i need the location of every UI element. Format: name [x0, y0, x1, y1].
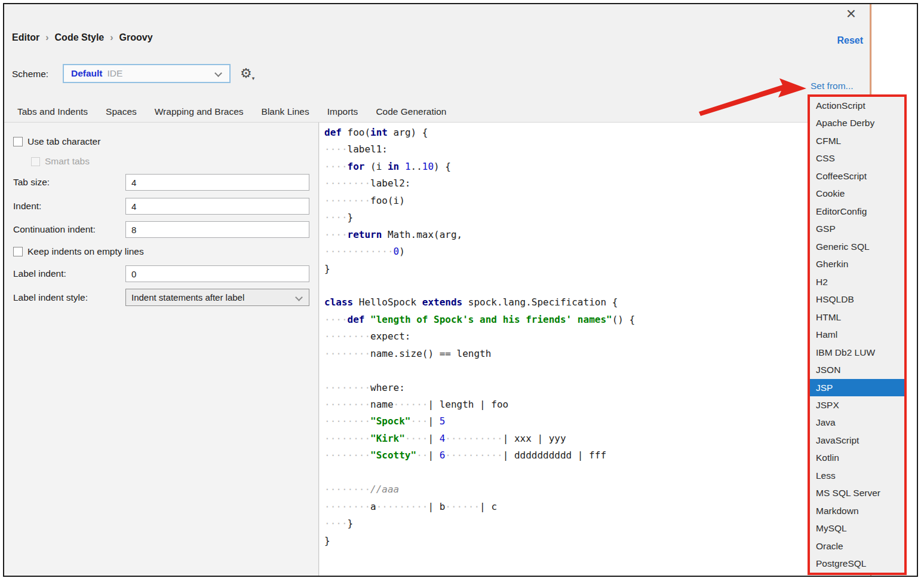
chevron-down-icon [295, 293, 303, 301]
language-menu-item[interactable]: JSON [810, 361, 904, 378]
scheme-select[interactable]: Default IDE [63, 64, 231, 83]
indent-label: Indent: [13, 201, 41, 212]
code-line: ····label1: [324, 141, 635, 158]
use-tab-character-label: Use tab character [27, 136, 100, 147]
smart-tabs-label: Smart tabs [45, 156, 90, 167]
reset-button[interactable]: Reset [818, 35, 863, 46]
breadcrumb-item-groovy: Groovy [119, 32, 153, 42]
code-line: ········"Scotty"··| 6··········| ddddddd… [324, 447, 635, 464]
code-line: } [324, 533, 635, 549]
chevron-right-icon: › [45, 32, 48, 42]
gear-icon[interactable]: ⚙▾ [240, 66, 254, 81]
language-menu-item[interactable]: IBM Db2 LUW [810, 344, 904, 361]
continuation-indent-label: Continuation indent: [13, 224, 96, 235]
tab-blank-lines[interactable]: Blank Lines [253, 103, 318, 123]
language-menu-item[interactable]: HTML [810, 308, 904, 326]
language-menu-item[interactable]: H2 [810, 273, 904, 291]
scheme-value: Default [71, 68, 103, 79]
code-preview: def foo(int arg) {····label1:····for (i … [324, 124, 635, 549]
code-line: ········a·········| b······| c [324, 499, 635, 515]
annotation-arrow-icon [693, 71, 812, 118]
language-menu-item[interactable]: Haml [810, 326, 904, 343]
language-menu-item[interactable]: CFML [810, 132, 904, 149]
use-tab-character-row: Use tab character [13, 136, 100, 147]
language-menu-item[interactable]: ActionScript [810, 97, 904, 114]
code-line: ····def "length of Spock's and his frien… [324, 311, 635, 328]
tab-wrapping-and-braces[interactable]: Wrapping and Braces [146, 103, 253, 123]
tab-bar: Tabs and Indents Spaces Wrapping and Bra… [8, 103, 455, 123]
language-menu-item[interactable]: Cookie [810, 185, 904, 202]
breadcrumb-item-code-style[interactable]: Code Style [55, 32, 105, 42]
language-menu-item[interactable]: Less [810, 467, 904, 484]
label-indent-input[interactable] [125, 265, 309, 282]
code-line: ····} [324, 515, 635, 532]
code-line: def foo(int arg) { [324, 124, 635, 141]
close-icon[interactable]: × [841, 5, 861, 24]
tab-spaces[interactable]: Spaces [97, 103, 146, 123]
code-line: ····} [324, 209, 635, 226]
code-line: ········//aaa [324, 481, 635, 498]
keep-indents-checkbox[interactable] [13, 247, 23, 256]
code-line: ····for (i in 1..10) { [324, 158, 635, 175]
code-line [324, 277, 635, 294]
chevron-down-icon [214, 69, 222, 77]
tab-code-generation[interactable]: Code Generation [367, 103, 455, 123]
language-menu-item[interactable]: Oracle [810, 537, 904, 555]
code-line: ········name······| length | foo [324, 396, 635, 413]
label-indent-style-select[interactable]: Indent statements after label [125, 289, 309, 306]
breadcrumb: Editor›Code Style›Groovy [12, 32, 153, 43]
language-menu-item[interactable]: EditorConfig [810, 203, 904, 220]
language-menu-item[interactable]: MySQL [810, 519, 904, 537]
scheme-value-suffix: IDE [108, 68, 123, 79]
code-line: } [324, 261, 635, 277]
code-line: ········"Kirk"····| 4··········| xxx | y… [324, 430, 635, 447]
language-menu-item[interactable]: Gherkin [810, 255, 904, 273]
language-menu-item[interactable]: Kotlin [810, 449, 904, 466]
keep-indents-row: Keep indents on empty lines [13, 246, 144, 257]
language-menu-item[interactable]: MS SQL Server [810, 484, 904, 502]
label-indent-style-value: Indent statements after label [131, 292, 244, 302]
language-menu-item[interactable]: Markdown [810, 502, 904, 519]
tab-size-input[interactable] [125, 174, 309, 191]
breadcrumb-item-editor[interactable]: Editor [12, 32, 39, 42]
tab-imports[interactable]: Imports [318, 103, 367, 123]
code-line: class HelloSpock extends spock.lang.Spec… [324, 294, 635, 311]
code-line: ········label2: [324, 175, 635, 192]
language-menu-item[interactable]: JSP [810, 379, 904, 396]
language-menu-item[interactable]: PostgreSQL [810, 555, 904, 572]
chevron-right-icon: › [110, 32, 113, 42]
code-line: ····return Math.max(arg, [324, 227, 635, 243]
smart-tabs-row: Smart tabs [31, 156, 90, 167]
scheme-label: Scheme: [12, 69, 48, 80]
indent-input[interactable] [125, 198, 309, 215]
code-line: ········name.size() == length [324, 345, 635, 362]
smart-tabs-checkbox [31, 157, 40, 166]
language-menu-item[interactable]: JavaScript [810, 432, 904, 449]
code-preview-panel: def foo(int arg) {····label1:····for (i … [320, 123, 870, 576]
code-line: ········where: [324, 380, 635, 396]
language-menu-item[interactable]: Generic SQL [810, 238, 904, 255]
code-line: ········"Spock"···| 5 [324, 413, 635, 430]
language-menu-item[interactable]: JSPX [810, 396, 904, 414]
language-menu-item[interactable]: CSS [810, 149, 904, 167]
code-line [324, 362, 635, 379]
code-line: ············0) [324, 243, 635, 260]
settings-dialog: × Editor›Code Style›Groovy Reset Scheme:… [0, 0, 924, 584]
continuation-indent-input[interactable] [125, 221, 309, 238]
code-line: ········foo(i) [324, 192, 635, 209]
tab-size-label: Tab size: [13, 177, 50, 188]
set-from-link[interactable]: Set from... [811, 81, 854, 91]
language-menu: ActionScriptApache DerbyCFMLCSSCoffeeScr… [808, 94, 907, 575]
language-menu-item[interactable]: Apache Derby [810, 114, 904, 132]
language-menu-item[interactable]: GSP [810, 220, 904, 237]
use-tab-character-checkbox[interactable] [13, 137, 23, 146]
keep-indents-label: Keep indents on empty lines [27, 246, 144, 257]
language-menu-item[interactable]: CoffeeScript [810, 167, 904, 185]
language-menu-item[interactable]: HSQLDB [810, 291, 904, 308]
code-line [324, 464, 635, 481]
code-line: ········expect: [324, 328, 635, 345]
tab-tabs-and-indents[interactable]: Tabs and Indents [8, 103, 97, 123]
label-indent-style-label: Label indent style: [13, 292, 88, 303]
label-indent-label: Label indent: [13, 268, 66, 279]
language-menu-item[interactable]: Java [810, 414, 904, 431]
